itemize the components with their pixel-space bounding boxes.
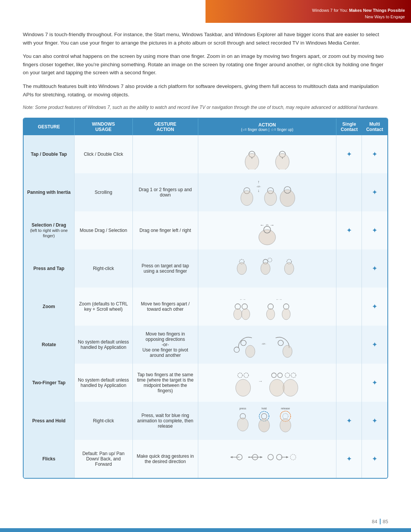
gesture-table: GESTURE WINDOWSUSAGE GESTUREACTION ACTIO…	[23, 118, 388, 479]
multi-contact: ✦	[362, 249, 387, 288]
star-icon: ✦	[372, 379, 378, 387]
single-contact	[336, 173, 362, 211]
svg-text:←→: ←→	[276, 298, 282, 301]
header-title-bold: Makes New Things Possible	[349, 8, 405, 13]
svg-point-36	[245, 345, 255, 358]
svg-point-59	[283, 414, 288, 419]
windows-usage: Default: Pan up/ Pan Down/ Back, and For…	[75, 440, 133, 478]
svg-text:press: press	[239, 407, 246, 410]
svg-point-45	[272, 373, 276, 377]
header-multi: MultiContact	[362, 118, 387, 135]
table-row: Selection / Drag(left to right with one …	[24, 211, 387, 249]
gesture-action-desc: Drag 1 or 2 fingers up and down	[133, 173, 198, 211]
windows-usage: No system default unless handled by Appl…	[75, 326, 133, 364]
gesture-name: Press and Tap	[24, 249, 75, 288]
header-title: Windows 7 for You: Makes New Things Poss…	[312, 7, 405, 14]
star-icon: ✦	[346, 455, 352, 463]
svg-point-42	[244, 373, 249, 377]
gesture-action-desc: Move two fingers in opposing directions-…	[133, 326, 198, 364]
gesture-name: Press and Hold	[24, 402, 75, 440]
drag-vis-svg: ← ○ →	[229, 215, 305, 246]
pan-vis-svg: ↑ -or- ↓	[229, 177, 305, 208]
table-row: Press and Hold Right-click Press, wait f…	[24, 402, 387, 440]
svg-point-50	[283, 379, 298, 396]
svg-point-12	[264, 191, 277, 206]
multi-contact: ✦	[362, 402, 387, 440]
gesture-action-desc: Press, wait for blue ring animation to c…	[133, 402, 198, 440]
svg-point-22	[268, 258, 272, 262]
svg-point-28	[234, 309, 242, 320]
svg-text:release: release	[281, 407, 290, 410]
star-icon: ✦	[372, 188, 378, 197]
single-contact	[336, 288, 362, 326]
star-icon: ✦	[346, 150, 352, 158]
action-visualization	[198, 249, 336, 288]
paragraph-2: You can also control what happens on the…	[23, 52, 388, 77]
svg-point-29	[242, 309, 250, 320]
svg-point-55	[237, 418, 249, 431]
svg-point-74	[290, 454, 296, 460]
svg-text:→: →	[258, 379, 263, 384]
single-contact: ✦	[336, 211, 362, 249]
gesture-name: Panning with Inertia	[24, 173, 75, 211]
svg-point-35	[241, 340, 246, 346]
windows-usage: Scrolling	[75, 173, 133, 211]
single-contact	[336, 326, 362, 364]
multi-contact: ✦	[362, 135, 387, 173]
table-row: Rotate No system default unless handled …	[24, 326, 387, 364]
svg-point-41	[238, 373, 242, 377]
svg-point-33	[266, 309, 275, 320]
svg-marker-73	[286, 456, 288, 458]
action-visualization: press hold release	[198, 402, 336, 440]
single-contact	[336, 249, 362, 288]
action-header-label: ACTION	[201, 122, 334, 128]
page-number-current: 84	[372, 519, 380, 524]
gesture-action-desc: Make quick drag gestures in the desired …	[133, 440, 198, 478]
svg-point-34	[282, 309, 290, 320]
svg-point-39	[278, 340, 283, 346]
star-icon: ✦	[372, 226, 378, 235]
svg-text:-or-: -or-	[256, 185, 261, 188]
svg-point-43	[236, 379, 250, 396]
gesture-action-desc: Press on target and tap using a second f…	[133, 249, 198, 288]
svg-text:↑: ↑	[258, 179, 260, 184]
svg-point-68	[249, 457, 250, 458]
single-contact	[336, 364, 362, 402]
star-icon: ✦	[372, 264, 378, 273]
paragraph-3: The multitouch features built into Windo…	[23, 82, 388, 99]
header-action: ACTION (○= finger down | ☆= finger up)	[198, 118, 336, 135]
windows-usage: Click / Double Click	[75, 135, 133, 173]
svg-point-4	[276, 153, 289, 169]
multi-contact: ✦	[362, 288, 387, 326]
multi-contact: ✦	[362, 173, 387, 211]
windows-usage: Right-click	[75, 249, 133, 288]
gesture-action-desc: Drag one finger left / right	[133, 211, 198, 249]
header-gesture-action: GESTUREACTION	[133, 118, 198, 135]
press-hold-vis-svg: press hold release	[229, 406, 305, 436]
windows-usage: Mouse Drag / Selection	[75, 211, 133, 249]
header-text: Windows 7 for You: Makes New Things Poss…	[312, 7, 405, 20]
flicks-vis-svg	[229, 444, 305, 474]
star-icon: ✦	[372, 340, 378, 349]
gesture-name: Selection / Drag(left to right with one …	[24, 211, 75, 249]
svg-point-46	[278, 373, 282, 377]
action-visualization: →	[198, 364, 336, 402]
svg-text:← ○ →: ← ○ →	[260, 222, 274, 228]
tap-vis-svg	[229, 139, 305, 169]
action-visualization	[198, 135, 336, 173]
zoom-vis-svg: ←→ ←→	[229, 291, 305, 322]
svg-text:↓: ↓	[258, 188, 260, 193]
table-row: Panning with Inertia Scrolling Drag 1 or…	[24, 173, 387, 211]
bottom-bar	[0, 528, 411, 532]
rotate-vis-svg: -or-	[229, 329, 305, 360]
action-header-note: (○= finger down | ☆= finger up)	[201, 128, 334, 132]
svg-point-70	[268, 454, 274, 460]
svg-point-37	[234, 347, 239, 352]
table-row: Two-Finger Tap No system default unless …	[24, 364, 387, 402]
star-icon: ✦	[372, 150, 378, 158]
gesture-action-desc: Move two fingers apart / toward each oth…	[133, 288, 198, 326]
svg-point-56	[261, 414, 267, 419]
multi-contact: ✦	[362, 211, 387, 249]
action-visualization: ↑ -or- ↓	[198, 173, 336, 211]
svg-marker-64	[230, 456, 233, 458]
